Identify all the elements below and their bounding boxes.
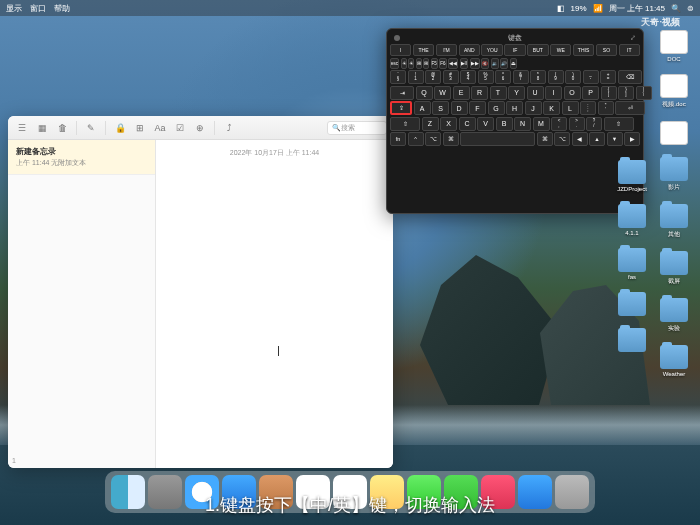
wifi-icon[interactable]: 📶	[593, 4, 603, 13]
desktop-icon[interactable]: 视频.doc	[656, 74, 692, 109]
punct-key[interactable]: "'	[598, 101, 614, 115]
punct-key[interactable]: :;	[580, 101, 596, 115]
letter-key-l[interactable]: L	[562, 101, 579, 115]
letter-key-k[interactable]: K	[543, 101, 560, 115]
fn-key[interactable]: ☀	[401, 58, 407, 69]
attach-icon[interactable]: ⊕	[192, 120, 208, 136]
num-key[interactable]: *8	[530, 70, 546, 84]
space-key[interactable]	[460, 132, 535, 146]
suggestion-key[interactable]: THIS	[573, 44, 594, 56]
enter-key[interactable]: ⏎	[615, 101, 645, 115]
menu-help[interactable]: 帮助	[54, 3, 70, 14]
suggestion-key[interactable]: I	[390, 44, 411, 56]
fn-key[interactable]: F5	[431, 58, 438, 69]
num-key[interactable]: `§	[390, 70, 406, 84]
num-key[interactable]: !1	[408, 70, 424, 84]
expand-icon[interactable]: ⤢	[630, 34, 636, 42]
fn-key[interactable]: 🔉	[491, 58, 499, 69]
fn-key[interactable]: ⊞	[416, 58, 422, 69]
mod-key[interactable]: fn	[390, 132, 406, 146]
clock[interactable]: 周一 上午 11:45	[609, 3, 665, 14]
fn-key[interactable]: ◀◀	[448, 58, 458, 69]
desktop-icon[interactable]: fas	[614, 248, 650, 280]
fn-key[interactable]: ▶▶	[470, 58, 480, 69]
close-icon[interactable]	[394, 35, 400, 41]
num-key[interactable]: #3	[443, 70, 459, 84]
letter-key-x[interactable]: X	[440, 117, 457, 131]
letter-key-v[interactable]: V	[477, 117, 494, 131]
letter-key-a[interactable]: A	[414, 101, 431, 115]
desktop-icon[interactable]: 4.1.1	[614, 204, 650, 236]
caps-key[interactable]: ⇪	[390, 101, 412, 115]
num-key[interactable]: _-	[583, 70, 599, 84]
mod-key[interactable]: ⌘	[443, 132, 459, 146]
desktop-icon[interactable]: DOC	[656, 30, 692, 62]
fn-key[interactable]: 🔇	[481, 58, 489, 69]
letter-key-w[interactable]: W	[434, 86, 451, 100]
opt-key-right[interactable]: ⌥	[554, 132, 570, 146]
search-icon[interactable]: 🔍	[671, 4, 681, 13]
mod-key[interactable]: ^	[408, 132, 424, 146]
checklist-icon[interactable]: ☑	[172, 120, 188, 136]
letter-key-s[interactable]: S	[432, 101, 449, 115]
letter-key-h[interactable]: H	[506, 101, 523, 115]
tab-key[interactable]: ⇥	[390, 86, 414, 100]
num-key[interactable]: (9	[548, 70, 564, 84]
desktop-icon[interactable]: 其他	[656, 204, 692, 239]
letter-key-q[interactable]: Q	[416, 86, 433, 100]
desktop-icon[interactable]: Weather	[656, 345, 692, 377]
letter-key-t[interactable]: T	[490, 86, 507, 100]
desktop-icon[interactable]: 影片	[656, 157, 692, 192]
control-center-icon[interactable]: ⊜	[687, 4, 694, 13]
letter-key-f[interactable]: F	[469, 101, 486, 115]
menu-window[interactable]: 窗口	[30, 3, 46, 14]
note-editor[interactable]: 2022年 10月17日 上午 11:44	[156, 140, 393, 468]
desktop-icon[interactable]: 实验	[656, 298, 692, 333]
desktop-icon[interactable]: JZDProject	[614, 160, 650, 192]
mod-key[interactable]: ⌥	[425, 132, 441, 146]
delete-key[interactable]: ⌫	[618, 70, 642, 84]
fn-key[interactable]: 🔊	[500, 58, 508, 69]
fn-key[interactable]: esc	[390, 58, 399, 69]
arrow-key[interactable]: ◀	[572, 132, 588, 146]
fn-key[interactable]: ⊞	[423, 58, 429, 69]
fn-key[interactable]: F6	[439, 58, 446, 69]
punct-key[interactable]: >.	[569, 117, 585, 131]
share-icon[interactable]: ⤴	[221, 120, 237, 136]
shift-key[interactable]: ⇧	[390, 117, 420, 131]
num-key[interactable]: ^6	[495, 70, 511, 84]
desktop-icon[interactable]	[614, 328, 650, 352]
format-icon[interactable]: Aa	[152, 120, 168, 136]
num-key[interactable]: +=	[600, 70, 616, 84]
num-key[interactable]: %5	[478, 70, 494, 84]
grid-view-icon[interactable]: ▦	[34, 120, 50, 136]
letter-key-i[interactable]: I	[545, 86, 562, 100]
letter-key-o[interactable]: O	[564, 86, 581, 100]
arrow-key[interactable]: ▶	[624, 132, 640, 146]
note-list-item[interactable]: 新建备忘录 上午 11:44 无附加文本	[8, 140, 155, 175]
delete-icon[interactable]: 🗑	[54, 120, 70, 136]
suggestion-key[interactable]: I'M	[436, 44, 457, 56]
num-key[interactable]: @2	[425, 70, 441, 84]
menu-display[interactable]: 显示	[6, 3, 22, 14]
suggestion-key[interactable]: WE	[550, 44, 571, 56]
letter-key-b[interactable]: B	[496, 117, 513, 131]
letter-key-p[interactable]: P	[582, 86, 599, 100]
suggestion-key[interactable]: SO	[596, 44, 617, 56]
desktop-icon[interactable]	[656, 121, 692, 145]
lock-icon[interactable]: 🔒	[112, 120, 128, 136]
num-key[interactable]: &7	[513, 70, 529, 84]
letter-key-z[interactable]: Z	[422, 117, 439, 131]
search-input[interactable]: 🔍 搜索	[327, 121, 387, 135]
suggestion-key[interactable]: IF	[504, 44, 525, 56]
table-icon[interactable]: ⊞	[132, 120, 148, 136]
letter-key-n[interactable]: N	[514, 117, 531, 131]
suggestion-key[interactable]: IT	[619, 44, 640, 56]
bracket-key[interactable]: |\	[636, 86, 652, 100]
letter-key-m[interactable]: M	[533, 117, 550, 131]
letter-key-y[interactable]: Y	[508, 86, 525, 100]
arrow-key[interactable]: ▼	[607, 132, 623, 146]
punct-key[interactable]: ?/	[586, 117, 602, 131]
letter-key-e[interactable]: E	[453, 86, 470, 100]
new-note-icon[interactable]: ✎	[83, 120, 99, 136]
